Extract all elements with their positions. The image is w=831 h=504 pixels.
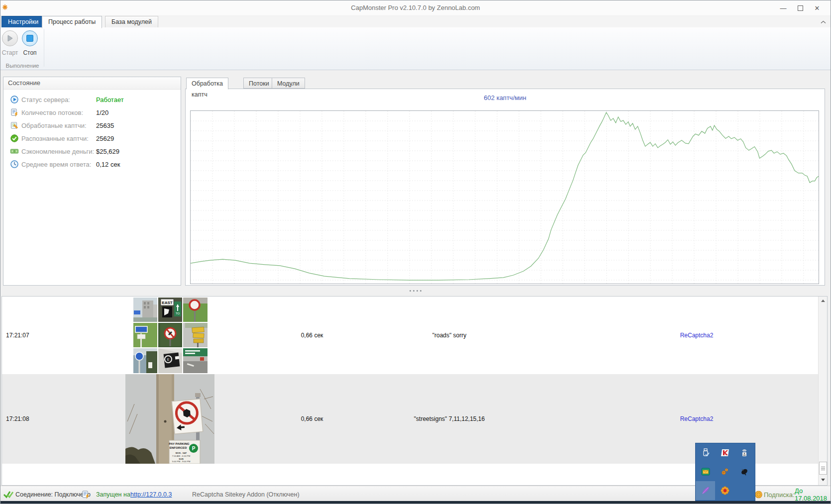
photo-text-to: TO (176, 312, 180, 315)
tray-usb-drive-icon[interactable] (696, 443, 715, 462)
stop-button[interactable]: Стоп (20, 30, 39, 56)
tray-feather-icon[interactable] (696, 481, 715, 500)
row-captcha-type: ReCaptcha2 (657, 415, 736, 422)
photo-text-pay-parking: PAY PARKING (169, 442, 190, 445)
tray-flower-icon[interactable] (715, 481, 734, 500)
svg-text:E: E (167, 358, 170, 361)
tray-overflow-popup (695, 443, 755, 501)
table-scrollbar[interactable] (818, 297, 827, 485)
money-icon (10, 147, 19, 155)
server-doc-icon (82, 490, 90, 499)
photo-text-schedule4: 5:00 PM - 9:00 PM (172, 460, 191, 463)
processed-value: 25635 (96, 122, 114, 129)
chevron-up-icon (821, 20, 826, 24)
scroll-up-button[interactable] (819, 297, 827, 305)
rate-chart (190, 110, 819, 284)
close-button[interactable]: ✕ (809, 0, 826, 15)
status-row-processed: Обработаные каптчи: 25635 (10, 120, 114, 130)
status-row-threads: Количество потоков: 1/20 (10, 107, 108, 117)
ribbon-collapse-button[interactable] (820, 18, 827, 25)
processed-icon (10, 121, 19, 129)
status-row-server: Статус сервера: Работает (10, 95, 124, 104)
status-row-avg-time: Среднее время ответа: 0,12 сек (10, 159, 120, 169)
start-button[interactable]: Старт (0, 30, 19, 56)
status-label: Сэкономленные деньги: (21, 148, 96, 155)
restore-button[interactable] (792, 0, 809, 15)
ribbon-execution-group: Старт Стоп Выполнение (0, 27, 831, 70)
tray-empty-cell (734, 481, 754, 500)
server-status-value: Работает (96, 96, 124, 103)
row-captcha-type: ReCaptcha2 (657, 332, 736, 339)
threads-value: 1/20 (96, 109, 108, 116)
scroll-down-button[interactable] (819, 476, 827, 484)
status-label: Распознанные каптчи: (21, 135, 96, 142)
status-label: Статус сервера: (21, 96, 96, 103)
tab-potoki[interactable]: Потоки (243, 78, 275, 89)
ribbon-group-label: Выполнение (0, 63, 44, 69)
connection-status: Соединение: Подключено (15, 491, 91, 498)
arrow-down-icon (821, 479, 825, 481)
tab-nastroyki[interactable]: Настройки (1, 16, 45, 27)
table-row[interactable]: 17:21:07 EASTTO E (2, 297, 827, 374)
threads-icon (10, 108, 19, 116)
photo-text-schedule2: 7:00 AM - 6:00 PM (172, 455, 191, 457)
running-on-label: Запущен на (96, 491, 130, 498)
status-label: Количество потоков: (21, 109, 96, 116)
tab-moduli[interactable]: Модули (272, 78, 305, 89)
tray-radio-transmitter-icon[interactable] (734, 443, 754, 462)
row-time: 17:21:07 (6, 332, 29, 339)
window-title: CapMonster Pro v2.10.7.0 by ZennoLab.com (0, 4, 831, 11)
stop-button-label: Стоп (20, 49, 39, 56)
play-icon (7, 35, 13, 42)
status-panel-title: Состояние (3, 77, 181, 90)
money-value: $25,629 (96, 148, 119, 155)
tab-baza-moduley[interactable]: База модулей (105, 16, 158, 27)
row-duration: 0,66 сек (272, 415, 352, 422)
avg-time-clock-icon (10, 160, 19, 168)
photo-text-p: P (192, 446, 196, 451)
captcha-rate-label: 602 каптч/мин (186, 94, 825, 101)
captcha-thumbnail-grid: EASTTO E (133, 298, 208, 373)
subscription-date: До 17.08.2018 (795, 487, 831, 502)
photo-text-east: EAST (162, 301, 172, 305)
photo-text-schedule3: SUN (179, 458, 183, 460)
status-label: Среднее время ответа: (21, 161, 96, 168)
status-row-money: Сэкономленные деньги: $25,629 (10, 146, 119, 156)
stop-icon (26, 35, 33, 42)
connection-check-icon (3, 490, 14, 499)
restore-icon (798, 5, 803, 11)
captcha-thumbnail-photo: PAY PARKING ENFORCED P MON - SAT 7:00 AM… (125, 374, 214, 464)
status-panel: Состояние Статус сервера: Работает Колич… (3, 77, 181, 286)
arrow-up-icon (821, 300, 825, 302)
avg-time-value: 0,12 сек (96, 161, 120, 168)
row-duration: 0,66 сек (272, 332, 352, 339)
rate-chart-svg (191, 111, 819, 284)
minimize-button[interactable]: — (775, 0, 792, 15)
tray-gears-icon[interactable] (715, 462, 734, 481)
photo-text-enforced: ENFORCED (170, 446, 187, 449)
row-time: 17:21:08 (6, 415, 29, 422)
status-label: Обработаные каптчи: (21, 122, 96, 129)
recognized-check-icon (10, 134, 19, 142)
scrollbar-thumb[interactable] (819, 462, 827, 475)
panel-splitter[interactable] (0, 286, 831, 296)
tray-kaspersky-icon[interactable] (715, 443, 734, 462)
subscription-label: Подписка: (764, 491, 795, 498)
photo-text-schedule1: MON - SAT (176, 452, 187, 454)
server-status-icon (10, 96, 19, 103)
subscription-coin-icon (755, 491, 762, 498)
titlebar: CapMonster Pro v2.10.7.0 by ZennoLab.com… (0, 0, 831, 15)
start-button-label: Старт (0, 49, 19, 56)
recognized-value: 25629 (96, 135, 114, 142)
tab-obrabotka-kaptch[interactable]: Обработка каптч (186, 78, 228, 90)
tray-mail-icon[interactable] (696, 462, 715, 481)
status-row-recognized: Распознанные каптчи: 25629 (10, 133, 114, 143)
row-answer: "streetsigns" 7,11,12,15,16 (375, 415, 524, 422)
captcha-rate-panel: 602 каптч/мин (185, 89, 825, 286)
capmonster-window: CapMonster Pro v2.10.7.0 by ZennoLab.com… (0, 0, 831, 504)
addon-status: ReCaptcha Sitekey Addon (Отключен) (192, 491, 300, 498)
tray-satellite-dish-icon[interactable] (734, 462, 754, 481)
server-url-link[interactable]: http://127.0.0.3 (130, 491, 172, 498)
ribbon-tabstrip: Настройки Процесс работы База модулей (0, 16, 831, 28)
tab-process-raboty[interactable]: Процесс работы (42, 16, 102, 28)
